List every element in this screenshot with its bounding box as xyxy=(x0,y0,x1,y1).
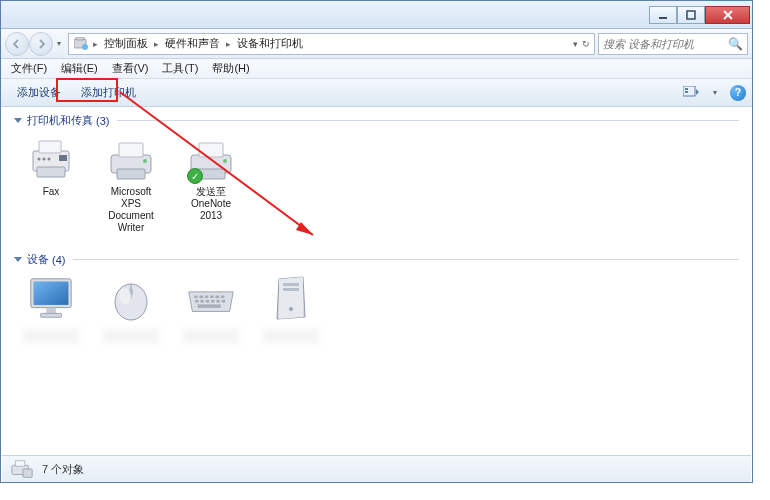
svg-point-46 xyxy=(289,307,293,311)
address-right: ▾ ↻ xyxy=(573,39,590,49)
group-label-devices: 设备 xyxy=(27,252,49,267)
location-icon xyxy=(73,36,89,52)
address-bar[interactable]: ▸ 控制面板 ▸ 硬件和声音 ▸ 设备和打印机 ▾ ↻ xyxy=(68,33,595,55)
chevron-down-icon xyxy=(14,118,22,123)
svg-point-18 xyxy=(143,159,147,163)
default-check-icon: ✓ xyxy=(187,168,203,184)
group-devices: 设备 (4) xyxy=(14,252,739,343)
group-count-devices: (4) xyxy=(52,254,65,266)
chevron-right-icon: ▸ xyxy=(152,39,161,49)
svg-point-4 xyxy=(82,44,88,50)
view-dropdown-icon[interactable]: ▾ xyxy=(706,84,724,102)
device-item-mouse[interactable] xyxy=(100,275,162,343)
svg-rect-5 xyxy=(683,86,695,96)
svg-rect-16 xyxy=(119,143,143,157)
search-box[interactable]: 🔍 xyxy=(598,33,748,55)
status-devices-icon xyxy=(10,459,34,479)
device-item-monitor[interactable] xyxy=(20,275,82,343)
svg-rect-17 xyxy=(117,169,145,179)
device-item-keyboard[interactable] xyxy=(180,275,242,343)
group-printers: 打印机和传真 (3) Fax xyxy=(14,113,739,234)
keyboard-icon xyxy=(187,275,235,323)
status-text: 7 个对象 xyxy=(42,462,84,477)
titlebar xyxy=(1,1,752,29)
svg-rect-26 xyxy=(46,308,56,314)
statusbar: 7 个对象 xyxy=(2,455,751,482)
device-item-onenote[interactable]: ✓ 发送至 OneNote 2013 xyxy=(180,136,242,234)
breadcrumb-mid[interactable]: 硬件和声音 xyxy=(162,34,223,53)
svg-point-13 xyxy=(43,158,46,161)
group-header-printers[interactable]: 打印机和传真 (3) xyxy=(14,113,739,128)
back-button[interactable] xyxy=(5,32,29,56)
breadcrumb-root[interactable]: 控制面板 xyxy=(101,34,151,53)
devices-items xyxy=(14,275,739,343)
menubar: 文件(F) 编辑(E) 查看(V) 工具(T) 帮助(H) xyxy=(1,59,752,79)
svg-point-12 xyxy=(38,158,41,161)
item-label: Fax xyxy=(43,186,60,198)
minimize-button[interactable] xyxy=(649,6,677,24)
svg-rect-3 xyxy=(76,37,84,40)
svg-rect-48 xyxy=(16,461,25,467)
search-input[interactable] xyxy=(603,38,728,50)
svg-rect-35 xyxy=(215,295,219,298)
svg-rect-38 xyxy=(200,300,204,303)
search-icon[interactable]: 🔍 xyxy=(728,37,743,51)
svg-point-22 xyxy=(223,159,227,163)
svg-rect-31 xyxy=(194,295,198,298)
maximize-button[interactable] xyxy=(677,6,705,24)
nav-arrows: ▾ xyxy=(5,32,65,56)
item-label: 发送至 OneNote 2013 xyxy=(180,186,242,222)
device-item-fax[interactable]: Fax xyxy=(20,136,82,234)
group-header-devices[interactable]: 设备 (4) xyxy=(14,252,739,267)
menu-edit[interactable]: 编辑(E) xyxy=(55,59,104,78)
svg-rect-37 xyxy=(195,300,199,303)
group-count-printers: (3) xyxy=(96,115,109,127)
svg-rect-11 xyxy=(59,155,67,161)
device-item-computer[interactable] xyxy=(260,275,322,343)
svg-rect-6 xyxy=(685,88,688,90)
svg-rect-1 xyxy=(687,11,695,19)
refresh-icon[interactable]: ↻ xyxy=(582,39,590,49)
svg-rect-0 xyxy=(659,17,667,19)
device-item-xps[interactable]: Microsoft XPS Document Writer xyxy=(100,136,162,234)
fax-icon xyxy=(27,136,75,184)
close-button[interactable] xyxy=(705,6,750,24)
mouse-icon xyxy=(107,275,155,323)
svg-rect-41 xyxy=(216,300,220,303)
svg-rect-27 xyxy=(40,313,61,317)
item-label: Microsoft XPS Document Writer xyxy=(100,186,162,234)
chevron-right-icon: ▸ xyxy=(91,39,100,49)
chevron-down-icon xyxy=(14,257,22,262)
svg-rect-7 xyxy=(685,91,688,93)
help-icon[interactable]: ? xyxy=(730,85,746,101)
add-printer-button[interactable]: 添加打印机 xyxy=(71,81,146,104)
item-label-blurred xyxy=(263,329,319,343)
view-options-icon[interactable] xyxy=(682,84,700,102)
menu-tools[interactable]: 工具(T) xyxy=(156,59,204,78)
breadcrumb-leaf[interactable]: 设备和打印机 xyxy=(234,34,306,53)
svg-rect-9 xyxy=(39,141,61,153)
svg-rect-49 xyxy=(23,469,32,477)
printers-items: Fax Microsoft XPS Document Writer xyxy=(14,136,739,234)
computer-tower-icon xyxy=(267,275,315,323)
forward-button[interactable] xyxy=(29,32,53,56)
svg-point-30 xyxy=(119,288,131,304)
monitor-icon xyxy=(27,275,75,323)
add-device-button[interactable]: 添加设备 xyxy=(7,81,71,104)
explorer-window: ▾ ▸ 控制面板 ▸ 硬件和声音 ▸ 设备和打印机 ▾ ↻ 🔍 xyxy=(0,0,753,483)
svg-rect-43 xyxy=(198,304,221,308)
breadcrumb: ▸ 控制面板 ▸ 硬件和声音 ▸ 设备和打印机 xyxy=(91,34,306,53)
menu-file[interactable]: 文件(F) xyxy=(5,59,53,78)
svg-rect-44 xyxy=(283,283,299,286)
menu-help[interactable]: 帮助(H) xyxy=(206,59,255,78)
item-label-blurred xyxy=(23,329,79,343)
nav-history-dropdown[interactable]: ▾ xyxy=(53,32,65,56)
svg-rect-45 xyxy=(283,288,299,291)
svg-rect-40 xyxy=(211,300,215,303)
svg-rect-32 xyxy=(199,295,203,298)
chevron-right-icon: ▸ xyxy=(224,39,233,49)
dropdown-icon[interactable]: ▾ xyxy=(573,39,578,49)
toolbar: 添加设备 添加打印机 ▾ ? xyxy=(1,79,752,107)
item-label-blurred xyxy=(183,329,239,343)
menu-view[interactable]: 查看(V) xyxy=(106,59,155,78)
